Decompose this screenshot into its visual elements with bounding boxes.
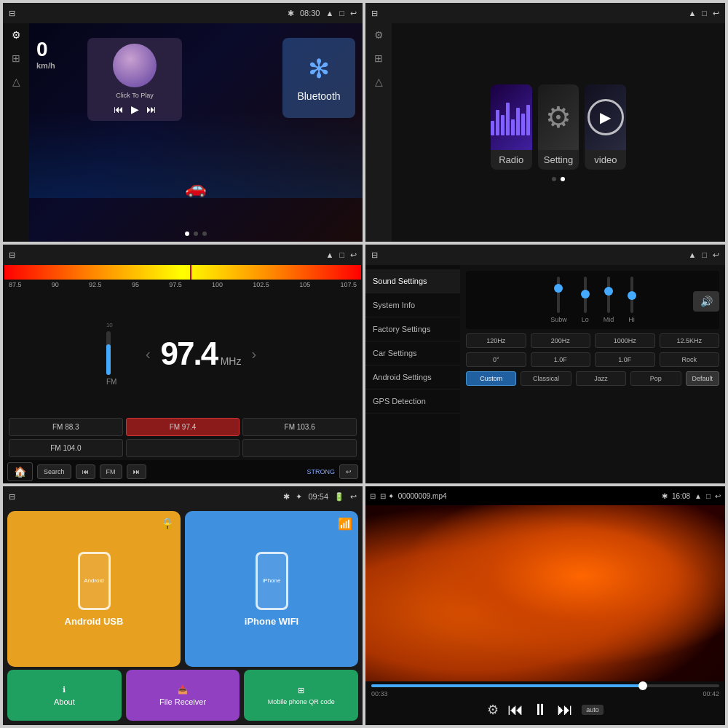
p1-expand-icon[interactable]: ▲	[325, 9, 333, 17]
nav-icon[interactable]: △	[12, 76, 20, 87]
p4-expand-icon[interactable]: ▲	[688, 250, 696, 259]
setting-app-card[interactable]: ⚙ Setting	[538, 84, 579, 170]
p4-home-icon[interactable]: ⊟	[371, 250, 378, 260]
menu-gps-detection[interactable]: GPS Detection	[365, 389, 460, 414]
menu-sound-settings[interactable]: Sound Settings	[365, 269, 460, 293]
search-btn[interactable]: Search	[37, 464, 71, 479]
grid-icon[interactable]: ⊞	[12, 52, 20, 64]
p5-home-icon[interactable]: ⊟	[9, 492, 15, 502]
preset-empty-2[interactable]	[242, 439, 357, 457]
preset-empty-1[interactable]	[126, 439, 240, 457]
hi-track[interactable]	[630, 277, 633, 313]
freq-200hz[interactable]: 200Hz	[531, 333, 591, 348]
p3-home-icon[interactable]: ⊟	[9, 250, 15, 260]
preset-fm883[interactable]: FM 88.3	[9, 418, 123, 436]
p3-back-icon[interactable]: ↩	[350, 250, 357, 260]
mid-track[interactable]	[607, 277, 610, 313]
p2-nav-icon[interactable]: △	[375, 76, 383, 87]
panel-home: ⊟ ▲ □ ↩ ⚙ ⊞ △	[365, 3, 725, 242]
p2-settings-icon[interactable]: ⚙	[374, 29, 384, 41]
next-ctrl-btn[interactable]: ⏭	[557, 700, 573, 719]
p2-content: ⚙ ⊞ △	[365, 23, 725, 242]
freq-1000hz[interactable]: 1000Hz	[595, 333, 655, 348]
radio-app-card[interactable]: Radio	[491, 84, 532, 170]
p2-dot-1[interactable]	[552, 177, 556, 181]
auto-badge[interactable]: auto	[582, 705, 604, 715]
freq-up-btn[interactable]: ›	[248, 343, 259, 365]
preset-jazz[interactable]: Jazz	[576, 371, 626, 386]
mid-thumb[interactable]	[604, 287, 613, 296]
menu-factory-settings[interactable]: Factory Settings	[365, 317, 460, 341]
radio-bottom-bar: 🏠 Search ⏮ FM ⏭ STRONG ↩	[3, 460, 363, 483]
qr-code-card[interactable]: ⊞ Mobile phone QR code	[244, 670, 358, 721]
freq-down-btn[interactable]: ‹	[143, 343, 154, 365]
prev-ctrl-btn[interactable]: ⏮	[507, 700, 523, 719]
progress-fill	[371, 684, 643, 687]
about-card[interactable]: ℹ About	[7, 670, 122, 721]
dot-1[interactable]	[185, 232, 189, 236]
android-usb-card[interactable]: Android Android USB 🔒	[7, 511, 181, 667]
p2-back-icon[interactable]: ↩	[713, 9, 719, 18]
menu-system-info[interactable]: System Info	[365, 293, 460, 317]
hi-thumb[interactable]	[628, 291, 636, 300]
file-receiver-card[interactable]: 📥 File Receiver	[126, 670, 240, 721]
val-1f-2[interactable]: 1.0F	[595, 352, 655, 367]
subw-track[interactable]	[557, 277, 560, 313]
p2-window-icon[interactable]: □	[702, 9, 707, 17]
p2-grid-icon[interactable]: ⊞	[374, 52, 383, 64]
preset-pop[interactable]: Pop	[630, 371, 681, 386]
p1-home-icon[interactable]: ⊟	[9, 9, 15, 18]
menu-car-settings[interactable]: Car Settings	[365, 341, 460, 365]
fm-btn[interactable]: FM	[100, 464, 122, 479]
default-btn[interactable]: Default	[686, 371, 720, 386]
p1-window-icon[interactable]: □	[339, 9, 344, 17]
progress-container	[371, 684, 719, 687]
p5-back-icon[interactable]: ↩	[350, 492, 357, 502]
preset-fm1036[interactable]: FM 103.6	[242, 418, 357, 436]
val-1f-1[interactable]: 1.0F	[531, 352, 591, 367]
preset-fm974[interactable]: FM 97.4	[126, 418, 240, 436]
dot-3[interactable]	[202, 232, 207, 236]
video-app-card[interactable]: ▶ video	[585, 84, 626, 170]
lo-thumb[interactable]	[581, 290, 590, 298]
subw-thumb[interactable]	[554, 284, 563, 293]
settings-ctrl-btn[interactable]: ⚙	[487, 702, 499, 718]
freq-125khz[interactable]: 12.5KHz	[660, 333, 720, 348]
radio-home-btn[interactable]: 🏠	[7, 462, 33, 481]
p4-back-icon[interactable]: ↩	[713, 250, 719, 260]
val-rock[interactable]: Rock	[660, 352, 720, 367]
preset-custom[interactable]: Custom	[466, 371, 516, 386]
p3-content: 87.5 90 92.5 95 97.5 100 102.5 105 107.5…	[3, 265, 363, 483]
p6-expand-icon[interactable]: ▲	[695, 492, 702, 500]
p2-expand-icon[interactable]: ▲	[688, 9, 696, 17]
preset-fm1040[interactable]: FM 104.0	[9, 439, 123, 457]
volume-slider[interactable]	[106, 331, 111, 375]
iphone-wifi-card[interactable]: iPhone iPhone WIFI 📶	[185, 511, 358, 667]
menu-android-settings[interactable]: Android Settings	[365, 365, 460, 389]
p5-time: 09:54	[308, 492, 328, 501]
pause-ctrl-btn[interactable]: ⏸	[532, 700, 548, 719]
val-0deg[interactable]: 0°	[466, 352, 526, 367]
p6-back-icon[interactable]: ↩	[715, 492, 721, 500]
p4-window-icon[interactable]: □	[702, 250, 707, 259]
p2-dot-2[interactable]	[561, 177, 565, 181]
prev-track-btn[interactable]: ⏮	[76, 464, 95, 479]
next-track-btn[interactable]: ⏭	[127, 464, 146, 479]
p1-back-icon[interactable]: ↩	[350, 9, 357, 18]
dot-2[interactable]	[194, 232, 198, 236]
radio-back-btn[interactable]: ↩	[339, 464, 358, 479]
lo-track[interactable]	[584, 277, 587, 313]
p3-expand-icon[interactable]: ▲	[325, 250, 333, 259]
bluetooth-card[interactable]: ✻ Bluetooth	[282, 38, 355, 118]
sound-toggle-btn[interactable]: 🔊	[693, 291, 719, 312]
preset-classical[interactable]: Classical	[521, 371, 571, 386]
p6-window-icon[interactable]: □	[706, 492, 711, 500]
settings-icon[interactable]: ⚙	[12, 29, 21, 41]
p3-window-icon[interactable]: □	[339, 250, 344, 259]
p2-home-icon[interactable]: ⊟	[371, 9, 378, 18]
progress-thumb[interactable]	[638, 681, 647, 690]
scale-92: 92.5	[89, 281, 102, 288]
freq-120hz[interactable]: 120Hz	[466, 333, 526, 348]
progress-bar[interactable]	[371, 684, 719, 687]
p6-home-icon[interactable]: ⊟	[370, 492, 376, 500]
